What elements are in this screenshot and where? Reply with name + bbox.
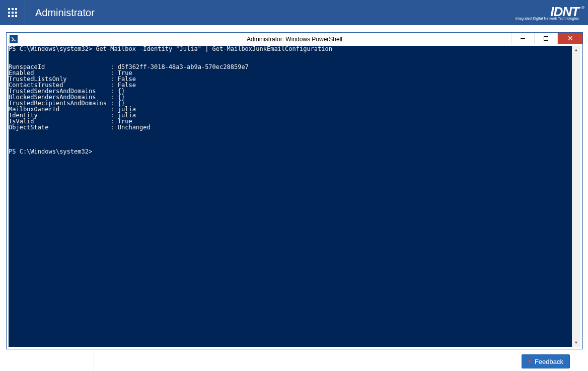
divider <box>94 349 94 371</box>
terminal-body[interactable]: PS C:\Windows\system32> Get-Mailbox -Ide… <box>9 46 580 347</box>
feedback-label: Feedback <box>535 358 563 365</box>
terminal-output: PS C:\Windows\system32> Get-Mailbox -Ide… <box>9 46 580 155</box>
apps-grid-icon <box>8 8 17 17</box>
brand-registered: ® <box>581 6 584 10</box>
powershell-window: Administrator: Windows PowerShell ✕ PS C… <box>6 32 583 349</box>
apps-launcher-button[interactable] <box>0 0 25 25</box>
scroll-up-arrow-icon[interactable]: ▲ <box>572 46 580 54</box>
scrollbar[interactable]: ▲ ▼ <box>572 46 580 347</box>
window-titlebar[interactable]: Administrator: Windows PowerShell ✕ <box>7 33 582 46</box>
brand-name: IDNT <box>550 4 579 19</box>
page-title: Administrator <box>25 7 95 19</box>
top-banner: Administrator IDNT® Integrated Digital N… <box>0 0 588 25</box>
workspace: Administrator: Windows PowerShell ✕ PS C… <box>0 25 588 371</box>
maximize-button[interactable] <box>534 33 557 44</box>
scroll-down-arrow-icon[interactable]: ▼ <box>572 338 580 347</box>
window-title: Administrator: Windows PowerShell <box>7 36 582 43</box>
close-icon: ✕ <box>567 35 573 42</box>
brand-logo: IDNT® Integrated Digital Network Technol… <box>516 5 588 21</box>
feedback-button[interactable]: ♥ Feedback <box>522 354 570 368</box>
minimize-icon <box>521 38 525 39</box>
heart-icon: ♥ <box>528 358 532 365</box>
close-button[interactable]: ✕ <box>557 33 582 44</box>
maximize-icon <box>544 36 548 41</box>
minimize-button[interactable] <box>511 33 534 44</box>
powershell-icon <box>10 35 18 43</box>
